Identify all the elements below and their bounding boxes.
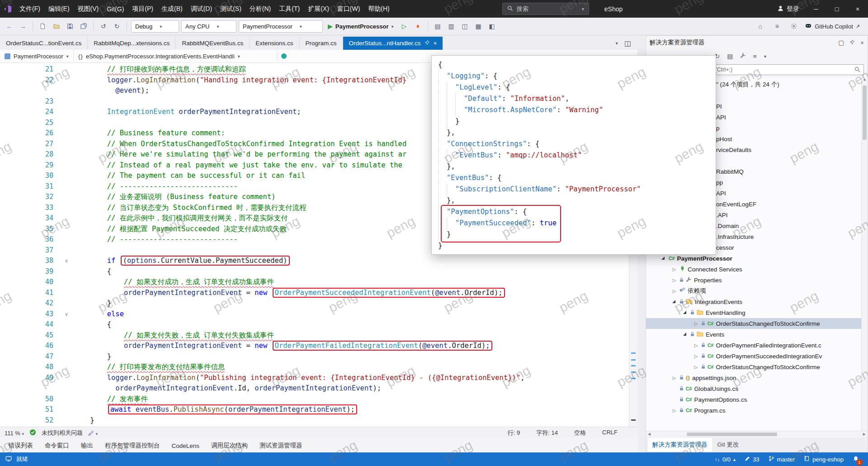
line-number-gutter[interactable]: 52 — [0, 415, 60, 426]
line-number-gutter[interactable]: 37 — [0, 245, 60, 256]
line-number-gutter[interactable]: 43 — [0, 309, 60, 320]
terminal-icon[interactable]: ◫ — [459, 20, 471, 32]
tree-item[interactable]: ▷C#OrderStatusChangedToStockConfirme — [646, 361, 868, 372]
navigate-back-icon[interactable]: ← — [4, 20, 15, 32]
tree-item[interactable]: EventHandling — [646, 307, 868, 318]
line-number-gutter[interactable]: 33 — [0, 203, 60, 214]
panel-tab[interactable]: Git 更改 — [713, 438, 744, 452]
split-window-icon[interactable]: ◫ — [624, 39, 631, 48]
line-number-gutter[interactable]: 27 — [0, 139, 60, 150]
tool-window-tab[interactable]: 命令窗口 — [40, 440, 74, 452]
tree-item[interactable]: Events — [646, 329, 868, 340]
caret-column-indicator[interactable]: 字符: 14 — [536, 429, 558, 437]
line-number-gutter[interactable]: 29 — [0, 160, 60, 171]
line-number-gutter[interactable]: 39 — [0, 266, 60, 277]
tool-window-tab[interactable]: 程序包管理器控制台 — [100, 440, 165, 452]
properties-wrench-icon[interactable] — [740, 52, 746, 60]
document-list-chevron-icon[interactable]: ▾ — [616, 41, 618, 46]
menu-item[interactable]: 扩展(X) — [304, 0, 333, 18]
tree-item[interactable]: C#GlobalUsings.cs — [646, 383, 868, 394]
line-number-gutter[interactable]: 30 — [0, 171, 60, 181]
line-number-gutter[interactable]: 34 — [0, 213, 60, 224]
tree-item[interactable]: ▷C#OrderPaymentSucceededIntegrationEv — [646, 351, 868, 361]
collapsed-arrow-icon[interactable]: ▷ — [693, 343, 699, 348]
bookmark-icon[interactable]: ⌂ — [755, 20, 766, 32]
menu-item[interactable]: 编辑(E) — [44, 0, 74, 18]
line-number-gutter[interactable]: 51 — [0, 404, 60, 415]
navigate-forward-icon[interactable]: → — [17, 20, 28, 32]
line-number-gutter[interactable]: 47 — [0, 352, 60, 362]
find-in-files-icon[interactable]: ▤ — [432, 20, 443, 32]
notifications-bell[interactable]: 1 — [853, 456, 859, 463]
line-number-gutter[interactable]: 32 — [0, 192, 60, 203]
collapse-all-icon[interactable]: ▤ — [727, 52, 733, 60]
expanded-arrow-icon[interactable] — [683, 311, 686, 314]
line-number-gutter[interactable]: 28 — [0, 149, 60, 160]
line-number-gutter[interactable]: 38 — [0, 256, 60, 266]
pin-icon[interactable] — [849, 39, 855, 46]
undo-icon[interactable]: ↺ — [98, 20, 109, 32]
tree-item[interactable]: C#PaymentOptions.cs — [646, 394, 868, 405]
editor-tab[interactable]: RabbitMQEventBus.cs — [176, 37, 250, 50]
tree-item[interactable]: ▷Properties — [646, 275, 868, 285]
git-repository[interactable]: peng-eshop — [804, 456, 844, 463]
startup-project-dropdown[interactable]: PaymentProcessor▾ — [239, 20, 323, 33]
git-sync-status[interactable]: ↑↓ 0/0 ▴ — [715, 456, 736, 463]
editor-tab[interactable]: Extensions.cs — [250, 37, 299, 50]
line-number-gutter[interactable]: 22 — [0, 75, 60, 86]
scroll-right-icon[interactable]: ▶ — [863, 432, 866, 436]
solution-configuration-dropdown[interactable]: Debug▾ — [131, 20, 179, 33]
line-number-gutter[interactable]: 35 — [0, 224, 60, 235]
caret-line-indicator[interactable]: 行: 9 — [508, 429, 520, 437]
start-without-debugging-icon[interactable]: ▷ — [399, 20, 410, 32]
line-number-gutter[interactable] — [0, 383, 60, 394]
collapsed-arrow-icon[interactable]: ▷ — [671, 408, 677, 413]
scrollbar-thumb[interactable] — [863, 86, 867, 140]
editor-tab[interactable]: OrderStatusC...tionEvent.cs — [0, 37, 88, 50]
menu-item[interactable]: 调试(D) — [187, 0, 216, 18]
line-number-gutter[interactable]: 23 — [0, 96, 60, 107]
line-number-gutter[interactable]: 45 — [0, 330, 60, 341]
save-icon[interactable] — [64, 20, 75, 32]
fold-indicator[interactable]: ∨ — [60, 309, 73, 320]
menu-item[interactable]: 项目(P) — [128, 0, 157, 18]
code-cleanup-icon[interactable]: 🖉 ▾ — [88, 430, 98, 437]
line-number-gutter[interactable]: 49 — [0, 373, 60, 384]
solution-explorer-header[interactable]: 解决方案资源管理器 ▢ × — [646, 36, 868, 49]
dock-icon[interactable]: ▢ — [838, 39, 844, 46]
close-icon[interactable]: × — [860, 39, 864, 46]
open-folder-icon[interactable] — [51, 20, 62, 32]
menu-item[interactable]: 分析(N) — [245, 0, 275, 18]
pending-edits[interactable]: 33 — [745, 456, 759, 463]
new-file-icon[interactable] — [37, 20, 48, 32]
indentation-indicator[interactable]: 空格 — [574, 429, 586, 437]
menu-item[interactable]: 生成(B) — [157, 0, 187, 18]
collapsed-arrow-icon[interactable]: ▷ — [671, 376, 677, 380]
maximize-button[interactable]: □ — [826, 0, 847, 18]
redo-icon[interactable]: ↻ — [111, 20, 123, 32]
line-number-gutter[interactable]: 48 — [0, 362, 60, 373]
collapsed-arrow-icon[interactable]: ▷ — [671, 289, 677, 294]
menu-item[interactable]: 帮助(H) — [364, 0, 393, 18]
menu-item[interactable]: 视图(V) — [74, 0, 103, 18]
panel-tab[interactable]: 解决方案资源管理器 — [648, 438, 712, 452]
line-number-gutter[interactable]: 50 — [0, 394, 60, 405]
comment-icon[interactable]: ▥ — [446, 20, 457, 32]
line-number-gutter[interactable]: 21 — [0, 64, 60, 75]
gear-icon[interactable] — [788, 20, 799, 32]
solution-platform-dropdown[interactable]: Any CPU▾ — [181, 20, 236, 33]
sign-in-button[interactable]: 登录 — [771, 5, 806, 13]
line-number-gutter[interactable]: 36 — [0, 234, 60, 245]
tool-window-tab[interactable]: 调用层次结构 — [206, 440, 253, 452]
git-branch[interactable]: master — [769, 456, 795, 463]
scrollbar-thumb[interactable] — [687, 433, 777, 436]
tree-item[interactable]: ▷{}appsettings.json — [646, 372, 868, 383]
close-button[interactable]: × — [847, 0, 868, 18]
line-number-gutter[interactable]: 40 — [0, 277, 60, 288]
scroll-left-icon[interactable]: ◀ — [648, 432, 651, 436]
line-number-gutter[interactable] — [0, 86, 60, 96]
tool-window-tab[interactable]: 错误列表 — [4, 440, 38, 452]
line-number-gutter[interactable]: 42 — [0, 298, 60, 309]
zoom-dropdown[interactable]: 111 % ▾ — [5, 430, 24, 437]
tree-item[interactable]: ▷依赖项 — [646, 285, 868, 296]
